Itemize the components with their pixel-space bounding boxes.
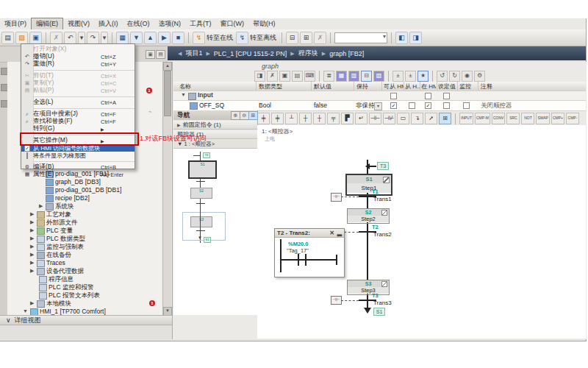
step-s2[interactable]: S2 Step2 [347, 208, 390, 224]
tree-row[interactable]: ▶设备代理数据 [30, 267, 171, 275]
swap-instruction-button[interactable]: SWAP [536, 113, 550, 124]
cmp-m-instruction-button[interactable]: CMP-M [475, 113, 490, 124]
checkbox[interactable] [390, 93, 397, 99]
menu-item-select-all[interactable]: 全选(L)Ctrl+A [21, 99, 135, 106]
close-branch-icon[interactable]: ↵ [355, 113, 368, 124]
tree-pin-icon[interactable]: ▤ [156, 50, 165, 59]
new-transition-icon[interactable]: ┴ [285, 113, 298, 124]
redo-icon[interactable]: ↷ [87, 32, 99, 44]
cmp-plus-instruction-button[interactable]: CMP+ [551, 113, 564, 124]
insert-network-icon[interactable]: ◨ [254, 71, 265, 82]
arrow-branch-icon[interactable]: ➚ [425, 113, 437, 124]
monitor-on-icon[interactable]: ◉ [462, 71, 473, 82]
tree-row[interactable]: recipe [DB2] [46, 194, 171, 202]
tree-row[interactable]: ▶工艺对象 [30, 210, 171, 219]
open-branch-icon[interactable]: ↴ [411, 113, 423, 124]
project-search-input[interactable] [334, 32, 387, 43]
go-offline-icon[interactable]: ↯ [236, 32, 248, 44]
src-instruction-button[interactable]: SRC [506, 113, 520, 124]
tree-row[interactable]: ▶Traces [30, 259, 171, 267]
hmi-accessible-checkbox[interactable] [390, 102, 397, 109]
setpoint-checkbox[interactable] [443, 102, 450, 109]
conv-instruction-button[interactable]: CONV [492, 113, 505, 124]
checkbox[interactable] [425, 93, 431, 99]
tree-scrollbar[interactable]: ▲ ▼ [162, 62, 171, 315]
window-split-icon[interactable]: ◧ [395, 32, 408, 44]
column-header[interactable]: 设定值 [438, 82, 456, 91]
window-layout-icon[interactable]: ◨ [409, 32, 422, 44]
cmp-minus-instruction-button[interactable]: CMP- [566, 113, 579, 124]
interface-toggle-icon[interactable]: ▧ [373, 71, 384, 82]
scroll-up-icon[interactable]: ▲ [163, 62, 172, 71]
new-step-icon[interactable]: ╪ [271, 113, 284, 124]
menu-view[interactable]: 视图(V) [63, 18, 94, 29]
jump-in-tag[interactable]: T3 [377, 162, 389, 170]
not-instruction-button[interactable]: NOT [521, 113, 534, 124]
compile-icon[interactable]: ▦ [116, 32, 129, 44]
checkbox[interactable] [443, 93, 450, 99]
upload-icon[interactable]: ▲ [144, 32, 157, 44]
start-cpu-icon[interactable]: ▶ [158, 32, 171, 44]
menu-window[interactable]: 窗口(W) [216, 18, 249, 29]
download-icon[interactable]: ▼ [130, 32, 143, 44]
variable-default[interactable]: false [314, 102, 327, 109]
contact-icon[interactable] [305, 254, 306, 266]
delete-icon[interactable]: ✗ [50, 32, 62, 44]
close-icon[interactable]: ✕ [329, 230, 334, 236]
input-instruction-button[interactable]: INPUT [459, 113, 473, 124]
copy-icon[interactable]: ▣ [279, 71, 290, 82]
menu-options[interactable]: 选项(N) [154, 18, 186, 29]
open-project-icon[interactable]: ▨ [15, 32, 28, 44]
alternative-branch-icon[interactable]: ▛ [341, 113, 354, 124]
tree-row[interactable]: ▶在线备份 [30, 251, 171, 259]
menu-item-show-conditions-lad[interactable]: 将条件显示为梯形图 [21, 152, 135, 159]
paste-icon[interactable]: ▤ [292, 71, 303, 82]
new-step-transition-icon[interactable]: ╪ [257, 113, 270, 124]
graph-canvas[interactable]: 1: <顺控器> 上电 T3 S1 Step1 T1 Trans1 ⊣⊢ S2 … [257, 125, 586, 339]
delete-network-icon[interactable]: ✗ [267, 71, 278, 82]
redo-dropdown-icon[interactable]: ▾ [101, 32, 108, 44]
menu-item-redo[interactable]: ↷重做(R)Ctrl+Y [21, 60, 135, 68]
tree-row[interactable]: 程序信息 [39, 275, 171, 283]
empty-box-icon[interactable]: ▭ [397, 113, 409, 124]
tree-row[interactable]: graph_DB [DB3] [46, 178, 171, 186]
menu-help[interactable]: 帮助(H) [248, 18, 280, 29]
go-to-next-icon[interactable]: ↻ [449, 71, 460, 82]
go-to-prev-icon[interactable]: ↺ [437, 71, 448, 82]
save-project-icon[interactable]: ▣ [29, 32, 42, 44]
breadcrumb-folder[interactable]: 程序块 [298, 49, 318, 58]
new-project-icon[interactable]: ▤ [1, 32, 14, 44]
menu-tools[interactable]: 工具(T) [185, 18, 216, 29]
interlock-icon[interactable]: ⊣⊢ [331, 193, 342, 202]
tree-row[interactable]: PLC 监控和报警 [39, 283, 171, 291]
transition-popup[interactable]: T2 - Trans2: ✕ ▂ %M20.0 "Tag_17" [274, 228, 345, 277]
nav-section-pre-instructions[interactable]: ▶ 前固定指令 (1) [173, 121, 257, 130]
expander-icon[interactable]: ▼ [181, 92, 186, 97]
nc-contact-icon[interactable]: ⊣⊬ [383, 113, 395, 124]
contact-icon[interactable] [298, 254, 299, 266]
table-row[interactable] [173, 91, 586, 100]
breadcrumb-project[interactable]: 项目1 [185, 49, 202, 58]
breadcrumb-block[interactable]: graph [FB2] [329, 50, 364, 57]
minimap-step[interactable]: S1 [188, 160, 217, 179]
hmi-visible-checkbox[interactable] [425, 102, 431, 109]
tree-row[interactable]: pro-diag_001_DB [DB1] [46, 186, 171, 194]
collapse-all-icon[interactable]: ± [405, 71, 416, 82]
diagnostics-icon[interactable]: ⊟ [286, 32, 298, 44]
go-online-icon[interactable]: ↯ [193, 32, 205, 44]
sequence-view-icon[interactable]: ▦ [336, 71, 347, 82]
hmi-writable-checkbox[interactable] [409, 102, 415, 109]
settings-icon[interactable]: ⚙ [474, 71, 485, 82]
crossref-icon[interactable]: ⊞ [300, 32, 312, 44]
menu-online[interactable]: 在线(O) [123, 18, 154, 29]
step-s3[interactable]: S3 Step3 [347, 280, 390, 295]
menu-item-go-to[interactable]: 转到(G)▶ [21, 125, 135, 132]
variable-name[interactable]: OFF_SQ [199, 102, 224, 109]
menu-insert[interactable]: 插入(I) [94, 18, 123, 29]
undo-icon[interactable]: ↶ [64, 32, 76, 44]
menu-item-properties[interactable]: ▦属性(E)Alt+Enter [21, 171, 135, 178]
minimap-step[interactable]: S2 [190, 188, 212, 199]
keyboard-icon[interactable]: ⌨ [304, 71, 315, 82]
column-header[interactable]: 注释 [481, 82, 492, 91]
step-s1[interactable]: S1 Step1 [345, 174, 392, 196]
